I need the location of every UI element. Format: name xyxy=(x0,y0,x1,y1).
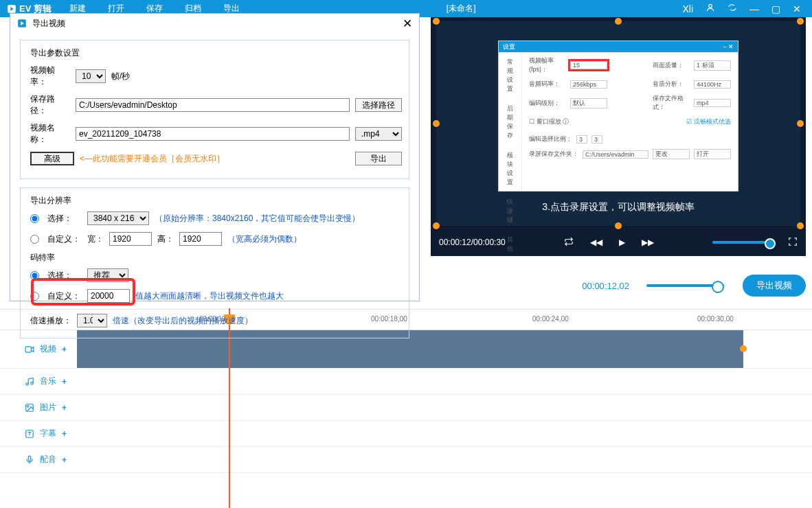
export-params: 导出参数设置 视频帧率： 10 帧/秒 保存路径： 选择路径 视频名称： .mp… xyxy=(20,40,409,179)
export-video-button[interactable]: 导出视频 xyxy=(743,275,806,297)
music-icon xyxy=(25,377,34,386)
crop-handle[interactable] xyxy=(797,18,804,25)
recorded-settings-window: 设置– ✕ 常规设置 后期保存 模块设置 快捷键 其他 视频帧率 (fps)：1… xyxy=(498,41,738,192)
ext-select[interactable]: .mp4 xyxy=(355,127,402,141)
advanced-button[interactable]: 高级 xyxy=(30,152,74,165)
rs-tab: 常规设置 xyxy=(499,52,521,99)
rs-title: 设置 xyxy=(503,43,515,51)
res-width-input[interactable] xyxy=(109,232,152,246)
ruler-tick: 00:00:24,00 xyxy=(532,315,569,323)
preview-caption: 3.点击录屏设置，可以调整视频帧率 xyxy=(436,201,800,213)
track-music[interactable]: 音乐+ xyxy=(0,369,812,395)
br-custom-radio[interactable] xyxy=(30,292,39,301)
track-image[interactable]: 图片+ xyxy=(0,395,812,421)
sync-icon[interactable] xyxy=(728,3,737,14)
export-button[interactable]: 导出 xyxy=(355,152,402,165)
res-select-radio[interactable] xyxy=(30,214,39,223)
volume-slider[interactable] xyxy=(712,241,771,244)
track-label: 音乐 xyxy=(40,376,56,387)
loop-icon[interactable] xyxy=(564,237,574,249)
play-icon[interactable]: ▶ xyxy=(619,238,625,247)
br-hint: 值越大画面越清晰，导出视频文件也越大 xyxy=(135,290,284,302)
path-input[interactable] xyxy=(76,98,350,112)
svg-point-7 xyxy=(31,382,34,384)
res-hint: （原始分辨率：3840x2160，其它值可能会使导出变慢） xyxy=(155,213,360,224)
crop-handle[interactable] xyxy=(615,18,622,25)
track-label: 图片 xyxy=(40,402,56,413)
speed-hint: （改变导出后的视频的播放速度） xyxy=(129,316,253,325)
preview-canvas: 设置– ✕ 常规设置 后期保存 模块设置 快捷键 其他 视频帧率 (fps)：1… xyxy=(436,21,800,226)
maximize-button[interactable]: ▢ xyxy=(771,3,780,14)
ruler-tick: 00:00:30,00 xyxy=(697,315,734,323)
res-select[interactable]: 3840 x 2160 xyxy=(87,211,149,225)
preview-panel: 设置– ✕ 常规设置 后期保存 模块设置 快捷键 其他 视频帧率 (fps)：1… xyxy=(431,17,806,256)
dialog-title: 导出视频 xyxy=(32,18,65,30)
speed-label: 倍速播放： xyxy=(30,315,71,327)
fps-unit: 帧/秒 xyxy=(111,71,130,82)
svg-rect-11 xyxy=(28,456,31,461)
speed-select[interactable]: 1.0 xyxy=(77,314,107,327)
fps-label: 视频帧率： xyxy=(30,65,70,88)
res-h-label: 高： xyxy=(157,233,174,245)
br-select-radio[interactable] xyxy=(30,271,39,280)
crop-handle[interactable] xyxy=(433,120,440,127)
track-voice[interactable]: 配音+ xyxy=(0,447,812,473)
res-custom-radio[interactable] xyxy=(30,235,39,244)
user-icon[interactable] xyxy=(706,3,715,14)
crop-handle[interactable] xyxy=(797,120,804,127)
zoom-slider[interactable] xyxy=(646,284,726,287)
track-label: 配音 xyxy=(40,454,56,465)
res-select-label: 选择： xyxy=(47,213,82,224)
fps-select[interactable]: 10 xyxy=(76,69,106,83)
res-custom-label: 自定义： xyxy=(47,233,82,245)
svg-point-2 xyxy=(709,4,712,8)
forward-icon[interactable]: ▶▶ xyxy=(642,238,654,247)
advanced-section: 导出分辨率 选择： 3840 x 2160 （原始分辨率：3840x2160，其… xyxy=(20,187,409,338)
name-label: 视频名称： xyxy=(30,122,70,146)
add-voice-button[interactable]: + xyxy=(62,455,67,465)
preview-time: 00:00:12/00:00:30 xyxy=(439,238,506,247)
image-icon xyxy=(25,403,34,413)
timecode-display[interactable]: 00:00:12,02 xyxy=(581,280,630,292)
track-subtitle[interactable]: 字幕+ xyxy=(0,421,812,447)
br-custom-input[interactable] xyxy=(87,289,130,303)
clip-handle[interactable] xyxy=(740,345,747,352)
bitrate-heading: 码特率 xyxy=(30,252,402,264)
rs-close-icon: – ✕ xyxy=(723,43,734,50)
browse-button[interactable]: 选择路径 xyxy=(355,98,402,112)
close-window-button[interactable]: ✕ xyxy=(793,3,801,14)
dialog-close-button[interactable]: ✕ xyxy=(403,16,412,31)
res-custom-hint: （宽高必须为偶数） xyxy=(227,233,302,245)
minimize-button[interactable]: — xyxy=(749,3,759,14)
right-bottom-bar: 00:00:12,02 导出视频 xyxy=(431,270,806,301)
res-height-input[interactable] xyxy=(179,232,222,246)
rs-tab: 模块设置 xyxy=(499,146,521,192)
rs-tab: 后期保存 xyxy=(499,99,521,146)
speed-name: 倍速 xyxy=(113,316,129,325)
name-input[interactable] xyxy=(76,127,350,141)
add-music-button[interactable]: + xyxy=(62,377,67,386)
svg-point-9 xyxy=(27,405,29,406)
rewind-icon[interactable]: ◀◀ xyxy=(590,238,602,247)
mic-icon xyxy=(25,455,34,465)
params-heading: 导出参数设置 xyxy=(30,47,402,59)
svg-point-6 xyxy=(26,382,29,385)
path-label: 保存路径： xyxy=(30,93,70,117)
window-controls: Xli — ▢ ✕ xyxy=(671,3,812,14)
br-custom-label: 自定义： xyxy=(47,290,82,302)
playbar: 00:00:12/00:00:30 ◀◀ ▶ ▶▶ xyxy=(431,229,806,256)
user-name[interactable]: Xli xyxy=(682,3,693,14)
track-label: 字幕 xyxy=(40,428,56,439)
add-image-button[interactable]: + xyxy=(62,403,67,413)
add-subtitle-button[interactable]: + xyxy=(62,429,67,439)
crop-handle[interactable] xyxy=(433,18,440,25)
res-w-label: 宽： xyxy=(87,233,104,245)
text-icon xyxy=(25,429,34,439)
br-select-label: 选择： xyxy=(47,270,82,281)
export-dialog: 导出视频 ✕ 导出参数设置 视频帧率： 10 帧/秒 保存路径： 选择路径 视频… xyxy=(10,13,420,301)
dialog-titlebar: 导出视频 ✕ xyxy=(10,14,419,33)
fullscreen-icon[interactable] xyxy=(788,237,798,249)
br-select[interactable]: 推荐 xyxy=(87,268,128,282)
dialog-icon xyxy=(17,19,27,28)
vip-hint: <—此功能需要开通会员［会员无水印］ xyxy=(80,153,225,165)
